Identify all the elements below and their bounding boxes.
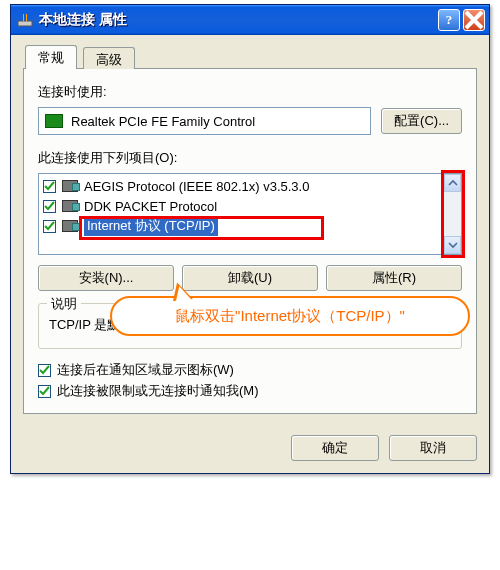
tab-strip: 常规 高级 (23, 47, 477, 69)
close-button[interactable] (463, 9, 485, 31)
scroll-up-button[interactable] (444, 174, 461, 192)
svg-rect-2 (26, 14, 27, 21)
list-item[interactable]: AEGIS Protocol (IEEE 802.1x) v3.5.3.0 (39, 176, 443, 196)
checkbox[interactable] (38, 385, 51, 398)
items-list-wrap: AEGIS Protocol (IEEE 802.1x) v3.5.3.0 DD… (38, 173, 462, 255)
scroll-down-button[interactable] (444, 236, 461, 254)
check-show-icon[interactable]: 连接后在通知区域显示图标(W) (38, 361, 462, 379)
protocol-icon (62, 220, 78, 232)
label-items-used: 此连接使用下列项目(O): (38, 149, 462, 167)
check-label: 此连接被限制或无连接时通知我(M) (57, 382, 259, 400)
check-notify[interactable]: 此连接被限制或无连接时通知我(M) (38, 382, 462, 400)
protocol-icon (62, 180, 78, 192)
install-button[interactable]: 安装(N)... (38, 265, 174, 291)
checkbox[interactable] (38, 364, 51, 377)
svg-rect-1 (23, 14, 24, 21)
annotation-callout: 鼠标双击"Internet协议（TCP/IP）" (110, 296, 470, 336)
configure-button[interactable]: 配置(C)... (381, 108, 462, 134)
callout-text: 鼠标双击"Internet协议（TCP/IP）" (175, 307, 405, 326)
label-connect-using: 连接时使用: (38, 83, 462, 101)
dialog-button-row: 确定 取消 (11, 425, 489, 473)
check-label: 连接后在通知区域显示图标(W) (57, 361, 234, 379)
checkbox[interactable] (43, 200, 56, 213)
properties-button[interactable]: 属性(R) (326, 265, 462, 291)
device-field[interactable]: Realtek PCIe FE Family Control (38, 107, 371, 135)
chevron-down-icon (448, 240, 458, 250)
device-name: Realtek PCIe FE Family Control (71, 114, 255, 129)
chevron-up-icon (448, 178, 458, 188)
list-item-label: AEGIS Protocol (IEEE 802.1x) v3.5.3.0 (84, 179, 309, 194)
properties-dialog: 本地连接 属性 ? 常规 高级 连接时使用: Realtek PCIe FE F… (10, 4, 490, 474)
list-item[interactable]: DDK PACKET Protocol (39, 196, 443, 216)
checkbox[interactable] (43, 220, 56, 233)
ok-button[interactable]: 确定 (291, 435, 379, 461)
tab-advanced[interactable]: 高级 (83, 47, 135, 69)
dialog-title: 本地连接 属性 (39, 11, 435, 29)
help-button[interactable]: ? (438, 9, 460, 31)
svg-rect-0 (18, 21, 32, 26)
checkbox[interactable] (43, 180, 56, 193)
list-item-label: DDK PACKET Protocol (84, 199, 217, 214)
scroll-track[interactable] (444, 192, 461, 236)
nic-icon (45, 114, 63, 128)
network-icon (17, 12, 33, 28)
list-item-selected[interactable]: Internet 协议 (TCP/IP) (39, 216, 443, 236)
protocol-icon (62, 200, 78, 212)
cancel-button[interactable]: 取消 (389, 435, 477, 461)
title-bar[interactable]: 本地连接 属性 ? (11, 5, 489, 35)
tab-panel-general: 连接时使用: Realtek PCIe FE Family Control 配置… (23, 68, 477, 414)
tab-general[interactable]: 常规 (25, 45, 77, 69)
uninstall-button[interactable]: 卸载(U) (182, 265, 318, 291)
close-icon (464, 10, 484, 30)
description-legend: 说明 (47, 295, 81, 313)
list-item-label: Internet 协议 (TCP/IP) (84, 216, 218, 236)
scrollbar[interactable] (444, 173, 462, 255)
items-list[interactable]: AEGIS Protocol (IEEE 802.1x) v3.5.3.0 DD… (38, 173, 444, 255)
